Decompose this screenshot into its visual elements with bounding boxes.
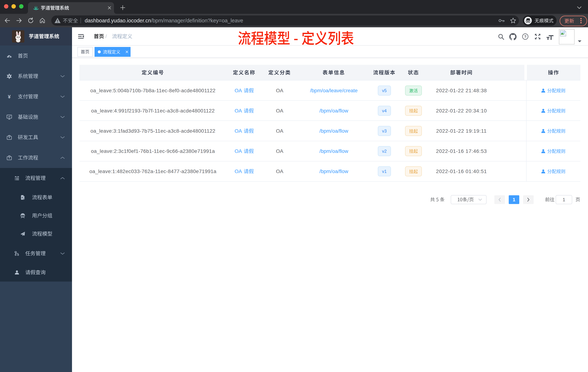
svg-text:¥: ¥	[8, 94, 11, 99]
svg-text:?: ?	[524, 34, 526, 39]
